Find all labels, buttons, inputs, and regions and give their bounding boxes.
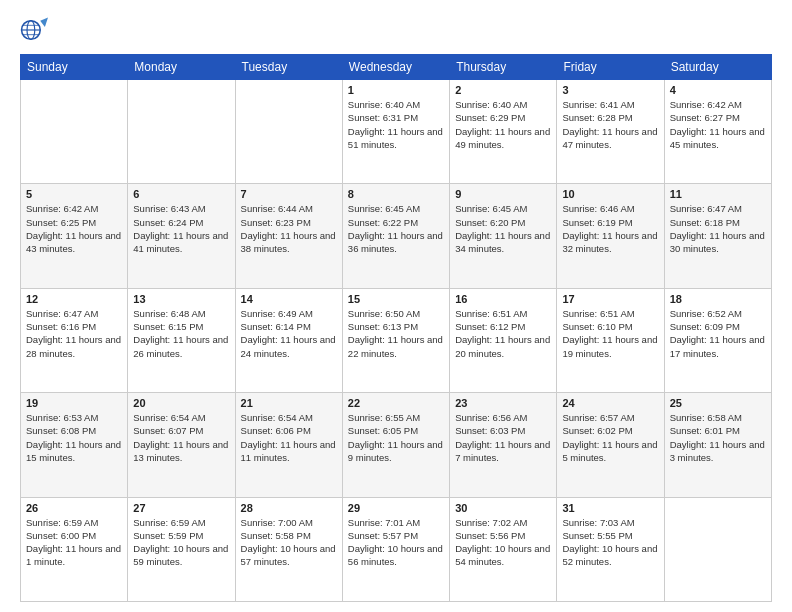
day-info: Sunrise: 6:47 AMSunset: 6:18 PMDaylight:…: [670, 202, 766, 255]
day-number: 19: [26, 397, 122, 409]
day-number: 10: [562, 188, 658, 200]
calendar-cell: [128, 80, 235, 184]
calendar-cell: 31Sunrise: 7:03 AMSunset: 5:55 PMDayligh…: [557, 497, 664, 601]
calendar-table: SundayMondayTuesdayWednesdayThursdayFrid…: [20, 54, 772, 602]
day-info: Sunrise: 6:45 AMSunset: 6:22 PMDaylight:…: [348, 202, 444, 255]
header: [20, 16, 772, 44]
day-info: Sunrise: 6:52 AMSunset: 6:09 PMDaylight:…: [670, 307, 766, 360]
day-info: Sunrise: 6:51 AMSunset: 6:12 PMDaylight:…: [455, 307, 551, 360]
calendar-cell: [235, 80, 342, 184]
page: SundayMondayTuesdayWednesdayThursdayFrid…: [0, 0, 792, 612]
day-info: Sunrise: 6:44 AMSunset: 6:23 PMDaylight:…: [241, 202, 337, 255]
day-number: 3: [562, 84, 658, 96]
day-number: 8: [348, 188, 444, 200]
calendar-week-4: 26Sunrise: 6:59 AMSunset: 6:00 PMDayligh…: [21, 497, 772, 601]
day-number: 26: [26, 502, 122, 514]
calendar-cell: 14Sunrise: 6:49 AMSunset: 6:14 PMDayligh…: [235, 288, 342, 392]
calendar-week-3: 19Sunrise: 6:53 AMSunset: 6:08 PMDayligh…: [21, 393, 772, 497]
calendar-cell: 17Sunrise: 6:51 AMSunset: 6:10 PMDayligh…: [557, 288, 664, 392]
day-info: Sunrise: 7:00 AMSunset: 5:58 PMDaylight:…: [241, 516, 337, 569]
day-info: Sunrise: 6:46 AMSunset: 6:19 PMDaylight:…: [562, 202, 658, 255]
calendar-cell: 18Sunrise: 6:52 AMSunset: 6:09 PMDayligh…: [664, 288, 771, 392]
calendar-cell: [21, 80, 128, 184]
calendar-cell: [664, 497, 771, 601]
calendar-cell: 2Sunrise: 6:40 AMSunset: 6:29 PMDaylight…: [450, 80, 557, 184]
calendar-cell: 23Sunrise: 6:56 AMSunset: 6:03 PMDayligh…: [450, 393, 557, 497]
day-info: Sunrise: 6:49 AMSunset: 6:14 PMDaylight:…: [241, 307, 337, 360]
day-number: 6: [133, 188, 229, 200]
calendar-cell: 21Sunrise: 6:54 AMSunset: 6:06 PMDayligh…: [235, 393, 342, 497]
calendar-cell: 27Sunrise: 6:59 AMSunset: 5:59 PMDayligh…: [128, 497, 235, 601]
day-number: 31: [562, 502, 658, 514]
calendar-week-1: 5Sunrise: 6:42 AMSunset: 6:25 PMDaylight…: [21, 184, 772, 288]
calendar-cell: 10Sunrise: 6:46 AMSunset: 6:19 PMDayligh…: [557, 184, 664, 288]
day-info: Sunrise: 6:47 AMSunset: 6:16 PMDaylight:…: [26, 307, 122, 360]
day-number: 4: [670, 84, 766, 96]
calendar-week-0: 1Sunrise: 6:40 AMSunset: 6:31 PMDaylight…: [21, 80, 772, 184]
day-info: Sunrise: 6:54 AMSunset: 6:07 PMDaylight:…: [133, 411, 229, 464]
day-number: 15: [348, 293, 444, 305]
day-info: Sunrise: 6:56 AMSunset: 6:03 PMDaylight:…: [455, 411, 551, 464]
calendar-cell: 30Sunrise: 7:02 AMSunset: 5:56 PMDayligh…: [450, 497, 557, 601]
calendar-cell: 7Sunrise: 6:44 AMSunset: 6:23 PMDaylight…: [235, 184, 342, 288]
day-info: Sunrise: 6:55 AMSunset: 6:05 PMDaylight:…: [348, 411, 444, 464]
day-number: 11: [670, 188, 766, 200]
day-number: 23: [455, 397, 551, 409]
day-info: Sunrise: 6:50 AMSunset: 6:13 PMDaylight:…: [348, 307, 444, 360]
day-number: 27: [133, 502, 229, 514]
calendar-cell: 12Sunrise: 6:47 AMSunset: 6:16 PMDayligh…: [21, 288, 128, 392]
calendar-cell: 13Sunrise: 6:48 AMSunset: 6:15 PMDayligh…: [128, 288, 235, 392]
calendar-week-2: 12Sunrise: 6:47 AMSunset: 6:16 PMDayligh…: [21, 288, 772, 392]
logo: [20, 16, 52, 44]
day-number: 5: [26, 188, 122, 200]
calendar-cell: 29Sunrise: 7:01 AMSunset: 5:57 PMDayligh…: [342, 497, 449, 601]
calendar-cell: 8Sunrise: 6:45 AMSunset: 6:22 PMDaylight…: [342, 184, 449, 288]
day-header-wednesday: Wednesday: [342, 55, 449, 80]
day-info: Sunrise: 6:42 AMSunset: 6:25 PMDaylight:…: [26, 202, 122, 255]
day-info: Sunrise: 6:54 AMSunset: 6:06 PMDaylight:…: [241, 411, 337, 464]
day-number: 25: [670, 397, 766, 409]
day-info: Sunrise: 6:40 AMSunset: 6:31 PMDaylight:…: [348, 98, 444, 151]
calendar-cell: 22Sunrise: 6:55 AMSunset: 6:05 PMDayligh…: [342, 393, 449, 497]
day-header-monday: Monday: [128, 55, 235, 80]
day-info: Sunrise: 6:59 AMSunset: 6:00 PMDaylight:…: [26, 516, 122, 569]
calendar-cell: 3Sunrise: 6:41 AMSunset: 6:28 PMDaylight…: [557, 80, 664, 184]
day-number: 2: [455, 84, 551, 96]
calendar-cell: 4Sunrise: 6:42 AMSunset: 6:27 PMDaylight…: [664, 80, 771, 184]
day-number: 13: [133, 293, 229, 305]
calendar-cell: 26Sunrise: 6:59 AMSunset: 6:00 PMDayligh…: [21, 497, 128, 601]
day-header-thursday: Thursday: [450, 55, 557, 80]
calendar-cell: 28Sunrise: 7:00 AMSunset: 5:58 PMDayligh…: [235, 497, 342, 601]
logo-icon: [20, 16, 48, 44]
day-info: Sunrise: 6:58 AMSunset: 6:01 PMDaylight:…: [670, 411, 766, 464]
day-info: Sunrise: 6:40 AMSunset: 6:29 PMDaylight:…: [455, 98, 551, 151]
calendar-cell: 24Sunrise: 6:57 AMSunset: 6:02 PMDayligh…: [557, 393, 664, 497]
day-number: 18: [670, 293, 766, 305]
day-number: 12: [26, 293, 122, 305]
calendar-cell: 6Sunrise: 6:43 AMSunset: 6:24 PMDaylight…: [128, 184, 235, 288]
calendar-cell: 5Sunrise: 6:42 AMSunset: 6:25 PMDaylight…: [21, 184, 128, 288]
day-number: 30: [455, 502, 551, 514]
day-number: 17: [562, 293, 658, 305]
calendar-cell: 9Sunrise: 6:45 AMSunset: 6:20 PMDaylight…: [450, 184, 557, 288]
day-number: 29: [348, 502, 444, 514]
day-header-saturday: Saturday: [664, 55, 771, 80]
day-header-friday: Friday: [557, 55, 664, 80]
day-info: Sunrise: 6:41 AMSunset: 6:28 PMDaylight:…: [562, 98, 658, 151]
calendar-cell: 25Sunrise: 6:58 AMSunset: 6:01 PMDayligh…: [664, 393, 771, 497]
day-header-tuesday: Tuesday: [235, 55, 342, 80]
calendar-cell: 1Sunrise: 6:40 AMSunset: 6:31 PMDaylight…: [342, 80, 449, 184]
day-number: 22: [348, 397, 444, 409]
day-number: 28: [241, 502, 337, 514]
calendar-cell: 20Sunrise: 6:54 AMSunset: 6:07 PMDayligh…: [128, 393, 235, 497]
day-info: Sunrise: 7:03 AMSunset: 5:55 PMDaylight:…: [562, 516, 658, 569]
day-number: 9: [455, 188, 551, 200]
day-number: 14: [241, 293, 337, 305]
day-number: 21: [241, 397, 337, 409]
calendar-cell: 19Sunrise: 6:53 AMSunset: 6:08 PMDayligh…: [21, 393, 128, 497]
day-info: Sunrise: 6:45 AMSunset: 6:20 PMDaylight:…: [455, 202, 551, 255]
calendar-header-row: SundayMondayTuesdayWednesdayThursdayFrid…: [21, 55, 772, 80]
day-header-sunday: Sunday: [21, 55, 128, 80]
day-info: Sunrise: 6:42 AMSunset: 6:27 PMDaylight:…: [670, 98, 766, 151]
day-number: 7: [241, 188, 337, 200]
